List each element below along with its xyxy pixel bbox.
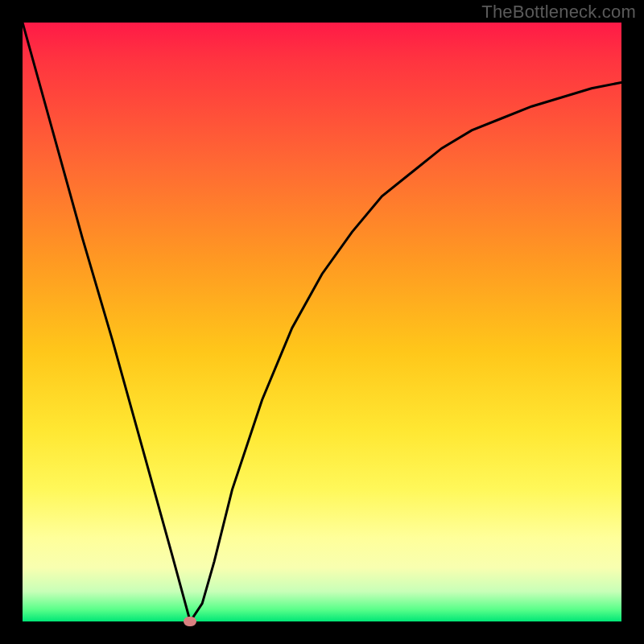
watermark-text: TheBottleneck.com xyxy=(481,2,636,23)
bottleneck-curve xyxy=(23,23,621,621)
plot-area xyxy=(23,23,621,621)
chart-frame: TheBottleneck.com xyxy=(0,0,644,644)
optimal-point-marker xyxy=(184,617,196,626)
